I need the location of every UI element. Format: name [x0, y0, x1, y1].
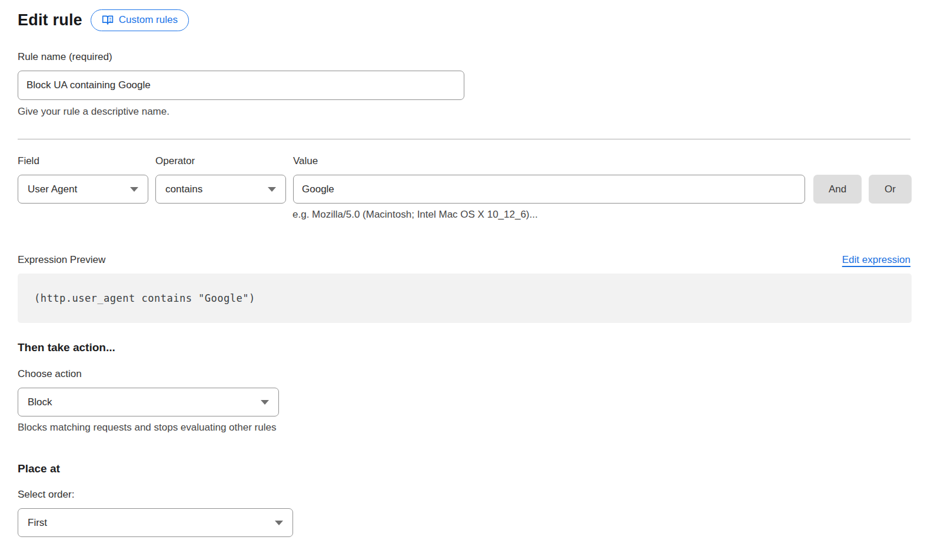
order-select[interactable]: First — [18, 508, 293, 537]
value-label: Value — [293, 155, 805, 167]
action-select-value: Block — [28, 396, 52, 408]
operator-select[interactable]: contains — [155, 175, 286, 204]
value-column: Value — [293, 155, 805, 204]
rule-name-label: Rule name (required) — [18, 51, 916, 63]
chevron-down-icon — [275, 521, 283, 525]
expression-code: (http.user_agent contains "Google") — [34, 292, 255, 304]
choose-action-label: Choose action — [18, 368, 916, 380]
operator-label: Operator — [155, 155, 286, 167]
operator-column: Operator contains — [155, 155, 286, 204]
expression-preview-label: Expression Preview — [18, 254, 105, 266]
action-section: Then take action... Choose action Block … — [18, 341, 916, 434]
field-column: Field User Agent — [18, 155, 148, 204]
page-header: Edit rule Custom rules — [18, 8, 916, 32]
order-select-value: First — [28, 517, 47, 529]
field-select-value: User Agent — [28, 184, 77, 195]
rule-name-section: Rule name (required) Give your rule a de… — [18, 51, 916, 118]
operator-select-value: contains — [165, 184, 202, 195]
chevron-down-icon — [268, 187, 276, 192]
action-helper: Blocks matching requests and stops evalu… — [18, 422, 916, 434]
open-book-icon — [102, 14, 114, 26]
value-helper: e.g. Mozilla/5.0 (Macintosh; Intel Mac O… — [293, 209, 916, 221]
condition-section: Field User Agent Operator contains Value… — [18, 155, 916, 221]
custom-rules-button-label: Custom rules — [119, 14, 178, 26]
field-select[interactable]: User Agent — [18, 175, 148, 204]
custom-rules-button[interactable]: Custom rules — [91, 9, 189, 31]
place-at-heading: Place at — [18, 462, 916, 475]
condition-row: Field User Agent Operator contains Value… — [18, 155, 916, 204]
chevron-down-icon — [261, 400, 269, 405]
expression-code-block: (http.user_agent contains "Google") — [18, 274, 912, 323]
edit-expression-link[interactable]: Edit expression — [842, 254, 910, 266]
or-button[interactable]: Or — [869, 175, 912, 204]
expression-header: Expression Preview Edit expression — [18, 254, 910, 266]
select-order-label: Select order: — [18, 489, 916, 501]
rule-name-helper: Give your rule a descriptive name. — [18, 106, 916, 118]
section-divider — [18, 139, 910, 139]
placement-section: Place at Select order: First — [18, 462, 916, 537]
expression-section: Expression Preview Edit expression (http… — [18, 254, 916, 323]
value-input[interactable] — [293, 175, 805, 204]
field-label: Field — [18, 155, 148, 167]
action-select[interactable]: Block — [18, 388, 279, 416]
page-title: Edit rule — [18, 11, 82, 29]
edit-rule-page: Edit rule Custom rules Rule name (requir… — [0, 0, 934, 537]
chevron-down-icon — [130, 187, 138, 192]
and-button[interactable]: And — [813, 175, 862, 204]
action-heading: Then take action... — [18, 341, 916, 354]
rule-name-input[interactable] — [18, 71, 464, 100]
